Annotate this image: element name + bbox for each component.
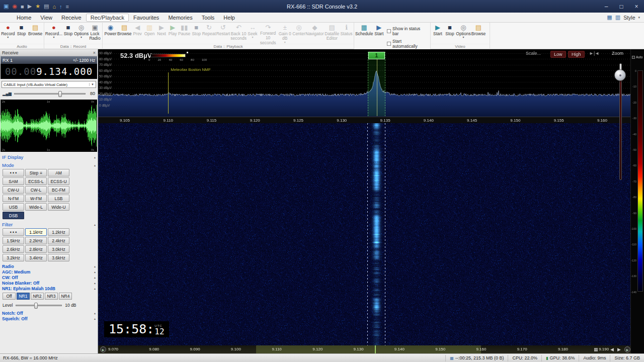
display-icon[interactable]: ▥ bbox=[615, 14, 620, 21]
playback-repeat-button[interactable]: ↻Repeat bbox=[202, 23, 216, 44]
style-menu[interactable]: Style bbox=[623, 15, 635, 21]
filter-1.1khz-button[interactable]: 1.1kHz bbox=[25, 228, 47, 236]
record-icon[interactable]: ◉ bbox=[12, 3, 17, 10]
lock-radio-button[interactable]: ▣Lock Radio bbox=[89, 23, 101, 44]
playback-power-button[interactable]: ◉Power bbox=[104, 23, 117, 44]
menu-help[interactable]: Help bbox=[219, 14, 239, 22]
upload-icon[interactable]: ↑ bbox=[59, 4, 62, 10]
filter-3.2khz-button[interactable]: 3.2kHz bbox=[3, 254, 24, 261]
audio-record-button[interactable]: ●Record▾ bbox=[1, 23, 15, 44]
close-button[interactable]: × bbox=[629, 0, 644, 13]
mode-cw-l-button[interactable]: CW-L bbox=[25, 186, 47, 194]
scroll-right-icon[interactable]: ▶ bbox=[617, 347, 621, 352]
playback-stop-button[interactable]: ■Stop bbox=[191, 23, 202, 44]
mode-ecss-l-button[interactable]: ECSS-L bbox=[25, 177, 47, 185]
mode-n-fm-button[interactable]: N-FM bbox=[3, 195, 24, 202]
nr3-button[interactable]: NR3 bbox=[45, 293, 58, 300]
audio-stop-button[interactable]: ■Stop bbox=[15, 23, 28, 44]
scheduler-start-button[interactable]: ▶Start bbox=[373, 23, 385, 44]
mode-wide-l-button[interactable]: Wide-L bbox=[25, 203, 47, 211]
filter-2.2khz-button[interactable]: 2.2kHz bbox=[25, 237, 47, 244]
mode-w-fm-button[interactable]: W-FM bbox=[25, 195, 47, 202]
star-icon[interactable]: ★ bbox=[35, 3, 40, 10]
frequency-display[interactable]: 00.009.134.000 bbox=[1, 64, 97, 79]
full-band-frequency-scale[interactable]: ▶ ▦ ◀ ▶ ▶ 9.0709.0809.0909.1009.1109.120… bbox=[98, 345, 630, 353]
memory-icon[interactable]: ▤ bbox=[44, 3, 49, 10]
menu-view[interactable]: View bbox=[36, 14, 57, 22]
menu-icon[interactable]: ≡ bbox=[66, 4, 69, 10]
scroll-left-icon[interactable]: ◀ bbox=[610, 347, 614, 352]
playback-open-button[interactable]: ▥Open bbox=[143, 23, 156, 44]
high-button[interactable]: High bbox=[568, 51, 585, 58]
volume-slider[interactable] bbox=[14, 93, 86, 95]
scale-button[interactable]: Scale... bbox=[526, 51, 541, 56]
schedule-button[interactable]: ▦Schedule bbox=[355, 23, 373, 44]
mode-ecss-u-button[interactable]: ECSS-U bbox=[48, 177, 69, 185]
audio-device-select[interactable]: CABLE Input (VB-Audio Virtual Cable) ▼ bbox=[2, 81, 96, 88]
playback-seek-button[interactable]: ↔Seek▾ bbox=[247, 23, 258, 44]
notch-setting[interactable]: Notch: Off▴ bbox=[0, 310, 98, 316]
playback-forward10-button[interactable]: ↷Forward 10 seconds bbox=[258, 23, 277, 44]
band-play-button[interactable]: ▶ bbox=[624, 346, 630, 352]
playback-gain-button[interactable]: ±Gain 0 dB▾ bbox=[278, 23, 292, 44]
mode-sam-button[interactable]: SAM bbox=[3, 177, 24, 185]
mode-cw-u-button[interactable]: CW-U bbox=[3, 186, 24, 194]
nr1-button[interactable]: NR1 bbox=[17, 293, 30, 300]
cw-setting[interactable]: CW: Off▴ bbox=[0, 275, 98, 280]
nr4-button[interactable]: NR4 bbox=[59, 293, 72, 300]
band-scroll-button[interactable]: ▶ bbox=[100, 346, 106, 352]
mode-usb-button[interactable]: USB bbox=[3, 203, 24, 211]
filter-2.6khz-button[interactable]: 2.6kHz bbox=[3, 245, 24, 253]
menu-rec-playback[interactable]: Rec/Playback bbox=[86, 14, 129, 22]
span-arrows-button[interactable]: ►|◄ bbox=[589, 51, 599, 56]
nr2-button[interactable]: NR2 bbox=[31, 293, 44, 300]
display-layout-icon[interactable]: ▦ bbox=[607, 14, 612, 21]
tuning-band[interactable]: 1 bbox=[368, 52, 385, 116]
low-button[interactable]: Low bbox=[550, 51, 566, 58]
playback-browse-button[interactable]: ▤Browse bbox=[117, 23, 132, 44]
filter-1.2khz-button[interactable]: 1.2kHz bbox=[48, 228, 69, 236]
close-icon[interactable]: × bbox=[93, 50, 96, 55]
video-stop-button[interactable]: ■Stop bbox=[444, 23, 456, 44]
auto-range-checkbox[interactable]: Auto bbox=[632, 55, 642, 59]
section-mode[interactable]: Mode▴ bbox=[0, 162, 98, 168]
filter-2.8khz-button[interactable]: 2.8kHz bbox=[25, 245, 47, 253]
level-slider-thumb[interactable] bbox=[34, 303, 38, 309]
volume-slider-thumb[interactable] bbox=[58, 91, 62, 97]
noise-blanker-setting[interactable]: Noise Blanker: Off▴ bbox=[0, 280, 98, 286]
menu-favourites[interactable]: Favourites bbox=[129, 14, 164, 22]
section-filter[interactable]: Filter▴ bbox=[0, 221, 98, 227]
playback-status-button[interactable]: ℹStatus bbox=[340, 23, 353, 44]
playback-next-button[interactable]: ▶Next bbox=[156, 23, 168, 44]
video-start-button[interactable]: ▶Start bbox=[432, 23, 444, 44]
mode-am-button[interactable]: AM bbox=[48, 169, 69, 176]
filter-3.0khz-button[interactable]: 3.0kHz bbox=[48, 245, 69, 253]
mode-more-button[interactable]: • • • bbox=[3, 169, 24, 176]
data-record-stop-button[interactable]: ■Stop bbox=[62, 23, 74, 44]
playback-restart-button[interactable]: ↺Restart bbox=[216, 23, 230, 44]
data-record-button[interactable]: ●Record...▾ bbox=[45, 23, 62, 44]
agc-setting[interactable]: AGC: Medium▴ bbox=[0, 269, 98, 275]
datafile-editor-button[interactable]: ▤Datafile Editor bbox=[324, 23, 340, 44]
level-slider[interactable] bbox=[16, 305, 62, 306]
home-icon[interactable]: ⌂ bbox=[52, 4, 56, 10]
menu-tools[interactable]: Tools bbox=[197, 14, 219, 22]
mode-step-button[interactable]: Step≡ bbox=[25, 169, 47, 176]
data-record-options-button[interactable]: ◎Options▾ bbox=[74, 23, 89, 44]
section-if-display[interactable]: IF Display▴ bbox=[0, 154, 98, 160]
mode-wide-u-button[interactable]: Wide-U bbox=[48, 203, 69, 211]
waterfall-display[interactable]: 15:58: UTC 12 bbox=[98, 123, 630, 345]
playback-pause-button[interactable]: ▮▮Pause bbox=[178, 23, 191, 44]
video-browse-button[interactable]: ▤Browse bbox=[471, 23, 486, 44]
spectrum-display[interactable]: 90 dBµV80 dBµV70 dBµV60 dBµV50 dBµV40 dB… bbox=[98, 49, 630, 117]
stop-icon[interactable]: ■ bbox=[21, 4, 24, 10]
channel-number-tab[interactable]: 1 bbox=[368, 52, 385, 59]
playback-back10-button[interactable]: ↶Back 10 seconds bbox=[230, 23, 247, 44]
start-automatically-checkbox[interactable]: Start automatically bbox=[387, 39, 427, 49]
menu-home[interactable]: Home bbox=[12, 14, 36, 22]
waterfall-canvas[interactable] bbox=[98, 123, 630, 345]
show-in-status-bar-checkbox[interactable]: Show in status bar bbox=[387, 26, 427, 36]
section-radio[interactable]: Radio▴ bbox=[0, 263, 98, 269]
nr-setting[interactable]: NR1: Ephraim Malah 10dB▴ bbox=[0, 286, 98, 291]
menu-receive[interactable]: Receive bbox=[57, 14, 86, 22]
